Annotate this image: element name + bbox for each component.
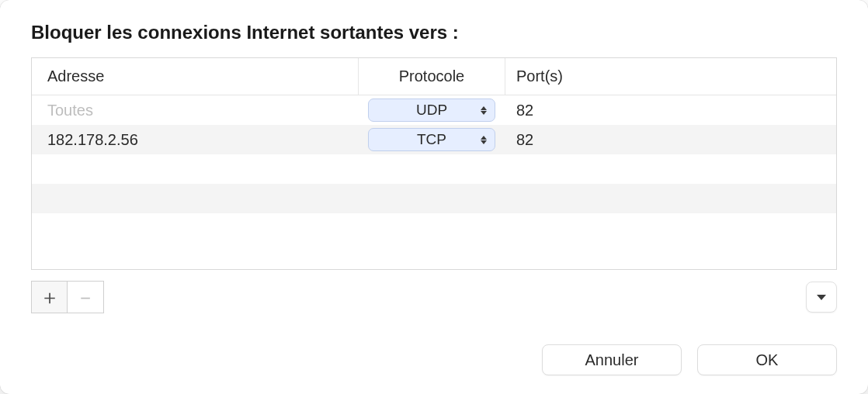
rules-table: Adresse Protocole Port(s) ToutesUDP82182… (31, 57, 837, 270)
updown-arrows-icon (481, 106, 487, 115)
updown-arrows-icon (481, 136, 487, 144)
cancel-button[interactable]: Annuler (542, 344, 682, 375)
column-header-address[interactable]: Adresse (32, 58, 358, 95)
add-remove-group: ＋ － (31, 281, 104, 313)
protocol-select-value: TCP (417, 131, 446, 148)
column-header-protocol[interactable]: Protocole (358, 58, 505, 95)
ports-cell[interactable]: 82 (505, 125, 836, 154)
address-cell[interactable]: 182.178.2.56 (32, 125, 358, 154)
table-toolbar: ＋ － (31, 281, 837, 313)
table-row-empty (32, 213, 836, 243)
dialog-footer: Annuler OK (31, 344, 837, 375)
column-header-ports[interactable]: Port(s) (505, 58, 836, 95)
ports-cell[interactable]: 82 (505, 95, 836, 125)
remove-row-button[interactable]: － (68, 282, 103, 313)
table-row[interactable]: 182.178.2.56TCP82 (32, 125, 836, 154)
protocol-cell: TCP (358, 125, 505, 154)
protocol-cell: UDP (358, 95, 505, 125)
protocol-select[interactable]: UDP (368, 98, 495, 122)
table-row-empty (32, 154, 836, 184)
dialog-title: Bloquer les connexions Internet sortante… (31, 22, 837, 43)
protocol-select[interactable]: TCP (368, 128, 495, 151)
table-row[interactable]: ToutesUDP82 (32, 95, 836, 125)
dialog-window: Bloquer les connexions Internet sortante… (0, 0, 868, 394)
protocol-select-value: UDP (416, 102, 447, 119)
plus-icon: ＋ (40, 284, 60, 311)
add-row-button[interactable]: ＋ (32, 282, 68, 313)
options-dropdown-button[interactable] (806, 282, 837, 313)
minus-icon: － (75, 284, 95, 311)
address-cell[interactable]: Toutes (32, 95, 358, 125)
table-row-empty (32, 184, 836, 213)
table-body: ToutesUDP82182.178.2.56TCP82 (32, 95, 836, 269)
ok-button[interactable]: OK (697, 344, 837, 375)
table-header: Adresse Protocole Port(s) (32, 58, 836, 95)
chevron-down-icon (817, 295, 826, 300)
